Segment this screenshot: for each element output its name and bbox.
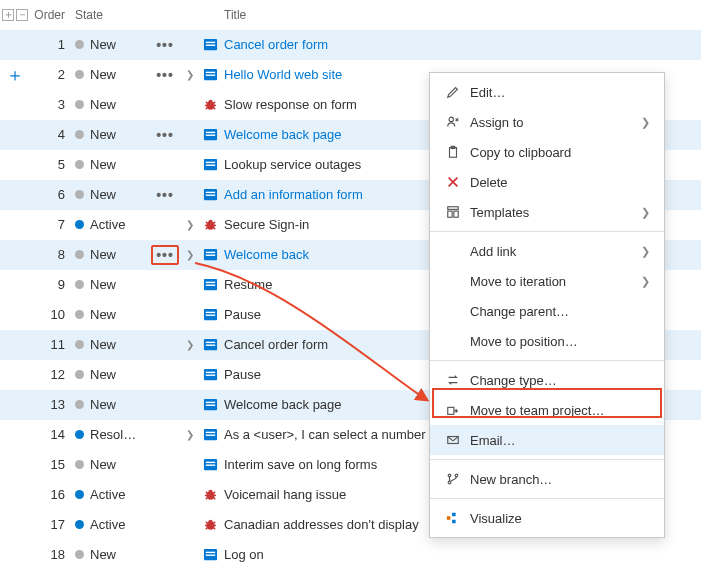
order-cell: 13 [30, 397, 75, 412]
svg-line-67 [205, 522, 207, 524]
svg-rect-18 [205, 162, 214, 163]
svg-rect-44 [205, 372, 214, 373]
menu-assign-to[interactable]: Assign to ❯ [430, 107, 664, 137]
menu-copy-clipboard[interactable]: Copy to clipboard [430, 137, 664, 167]
menu-move-position[interactable]: Move to position… [430, 326, 664, 356]
state-dot-icon [75, 220, 84, 229]
row-actions-button[interactable]: ••• [151, 245, 179, 265]
svg-rect-53 [205, 462, 214, 463]
order-cell: 3 [30, 97, 75, 112]
order-cell: 6 [30, 187, 75, 202]
work-item-title: Interim save on long forms [224, 457, 377, 472]
row-actions-button[interactable]: ••• [152, 38, 178, 52]
product-backlog-item-icon [203, 67, 218, 82]
state-label: New [90, 157, 116, 172]
state-dot-icon [75, 460, 84, 469]
state-cell: New [75, 547, 150, 562]
state-cell: New [75, 127, 150, 142]
clipboard-icon [442, 145, 464, 159]
svg-rect-47 [205, 402, 214, 403]
expand-collapse-controls[interactable]: ＋－ [0, 9, 30, 21]
work-item-title[interactable]: Hello World web site [224, 67, 342, 82]
svg-line-29 [205, 227, 207, 229]
state-dot-icon [75, 70, 84, 79]
menu-email[interactable]: Email… [430, 425, 664, 455]
menu-move-team-project[interactable]: Move to team project… [430, 395, 664, 425]
product-backlog-item-icon [203, 397, 218, 412]
column-header-order[interactable]: Order [30, 8, 75, 22]
work-item-title: Pause [224, 307, 261, 322]
state-dot-icon [75, 340, 84, 349]
product-backlog-item-icon [203, 37, 218, 52]
order-cell: 16 [30, 487, 75, 502]
add-work-item-icon[interactable]: ＋ [6, 63, 24, 87]
work-item-row[interactable]: 18NewLog on [0, 540, 701, 570]
expand-caret-icon[interactable]: ❯ [186, 249, 194, 260]
svg-point-56 [208, 490, 212, 494]
svg-rect-78 [448, 211, 452, 217]
expand-caret-icon[interactable]: ❯ [186, 69, 194, 80]
svg-rect-72 [205, 552, 214, 553]
product-backlog-item-icon [203, 127, 218, 142]
state-dot-icon [75, 190, 84, 199]
work-item-title[interactable]: Welcome back page [224, 127, 342, 142]
svg-point-7 [208, 100, 212, 104]
menu-move-iteration[interactable]: Move to iteration ❯ [430, 266, 664, 296]
bug-icon [203, 487, 218, 502]
expand-caret-icon[interactable]: ❯ [186, 429, 194, 440]
menu-new-branch[interactable]: New branch… [430, 464, 664, 494]
state-cell: New [75, 277, 150, 292]
work-item-title: Secure Sign-in [224, 217, 309, 232]
expand-caret-icon[interactable]: ❯ [186, 219, 194, 230]
svg-line-10 [205, 102, 207, 104]
menu-edit[interactable]: Edit… [430, 77, 664, 107]
svg-line-68 [213, 522, 215, 524]
svg-point-82 [448, 474, 451, 477]
menu-add-link[interactable]: Add link ❯ [430, 236, 664, 266]
work-item-row[interactable]: 1New•••Cancel order form [0, 30, 701, 60]
state-cell: New [75, 247, 150, 262]
branch-icon [442, 472, 464, 486]
bug-icon [203, 97, 218, 112]
work-item-title: Welcome back page [224, 397, 342, 412]
visualize-icon [442, 511, 464, 525]
state-cell: Active [75, 217, 150, 232]
column-header-title[interactable]: Title [220, 8, 701, 22]
menu-templates[interactable]: Templates ❯ [430, 197, 664, 227]
svg-rect-48 [205, 405, 214, 406]
state-label: New [90, 97, 116, 112]
menu-change-type[interactable]: Change type… [430, 365, 664, 395]
pencil-icon [442, 85, 464, 99]
svg-rect-54 [205, 465, 214, 466]
order-cell: 12 [30, 367, 75, 382]
work-item-title[interactable]: Add an information form [224, 187, 363, 202]
menu-delete[interactable]: Delete [430, 167, 664, 197]
menu-visualize[interactable]: Visualize [430, 503, 664, 533]
svg-rect-22 [205, 195, 214, 196]
order-cell: 1 [30, 37, 75, 52]
order-cell: 9 [30, 277, 75, 292]
product-backlog-item-icon [203, 277, 218, 292]
row-actions-button[interactable]: ••• [152, 128, 178, 142]
expand-caret-icon[interactable]: ❯ [186, 339, 194, 350]
chevron-right-icon: ❯ [641, 206, 650, 219]
menu-change-parent[interactable]: Change parent… [430, 296, 664, 326]
state-label: New [90, 127, 116, 142]
menu-separator [430, 360, 664, 361]
work-item-title: Pause [224, 367, 261, 382]
state-cell: New [75, 37, 150, 52]
work-item-title[interactable]: Welcome back [224, 247, 309, 262]
column-header-state[interactable]: State [75, 8, 150, 22]
menu-separator [430, 459, 664, 460]
svg-point-64 [208, 520, 212, 524]
svg-line-62 [213, 497, 215, 499]
row-actions-button[interactable]: ••• [152, 188, 178, 202]
column-header-row: ＋－ Order State Title [0, 0, 701, 30]
order-cell: 8 [30, 247, 75, 262]
row-actions-button[interactable]: ••• [152, 68, 178, 82]
svg-rect-38 [205, 312, 214, 313]
state-label: New [90, 367, 116, 382]
delete-x-icon [442, 175, 464, 189]
svg-line-61 [205, 497, 207, 499]
work-item-title[interactable]: Cancel order form [224, 37, 328, 52]
